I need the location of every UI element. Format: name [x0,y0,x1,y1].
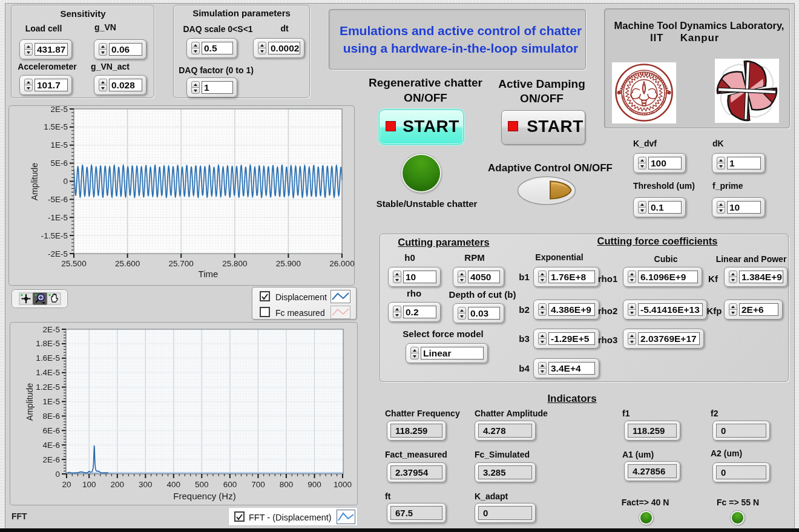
svg-text:-1E-5: -1E-5 [48,213,68,222]
svg-text:25.900: 25.900 [276,259,301,268]
svg-text:1.6E-5: 1.6E-5 [36,353,60,363]
svg-text:Amplitude: Amplitude [25,383,35,421]
svg-text:600: 600 [223,480,237,489]
svg-text:1E-5: 1E-5 [42,397,60,406]
svg-text:2E-6: 2E-6 [42,455,60,464]
svg-text:20: 20 [62,480,71,489]
svg-text:26.000: 26.000 [329,259,354,268]
svg-text:6E-6: 6E-6 [42,426,60,435]
svg-text:500: 500 [195,480,209,489]
svg-text:100: 100 [82,480,96,489]
svg-text:400: 400 [167,480,181,489]
svg-text:-1.5E-5: -1.5E-5 [41,231,68,240]
svg-text:300: 300 [139,480,153,489]
svg-text:1.2E-5: 1.2E-5 [36,383,60,392]
svg-text:1.8E-5: 1.8E-5 [36,339,60,348]
svg-text:5E-6: 5E-6 [50,159,68,168]
svg-text:0: 0 [55,470,60,479]
svg-text:700: 700 [251,480,265,489]
svg-text:900: 900 [307,480,321,489]
svg-text:8E-6: 8E-6 [42,412,60,421]
svg-text:-2E-5: -2E-5 [48,249,68,258]
svg-text:Time: Time [199,269,219,279]
svg-text:1000: 1000 [334,480,352,489]
svg-text:200: 200 [111,480,125,489]
svg-text:1E-5: 1E-5 [50,140,68,149]
svg-text:2E-5: 2E-5 [42,325,60,334]
svg-text:-5E-6: -5E-6 [48,195,68,204]
svg-text:2E-5: 2E-5 [50,105,68,114]
svg-text:Frequency (Hz): Frequency (Hz) [173,491,235,501]
svg-text:Amplitude: Amplitude [30,163,39,200]
svg-text:0: 0 [63,177,68,186]
svg-text:800: 800 [280,480,294,489]
svg-text:25.500: 25.500 [61,259,86,268]
svg-text:25.700: 25.700 [169,259,194,268]
svg-text:1.4E-5: 1.4E-5 [36,368,60,377]
svg-text:4E-6: 4E-6 [42,441,60,450]
svg-text:1.5E-5: 1.5E-5 [44,122,68,131]
svg-text:25.600: 25.600 [115,259,140,268]
svg-text:25.800: 25.800 [222,259,247,268]
